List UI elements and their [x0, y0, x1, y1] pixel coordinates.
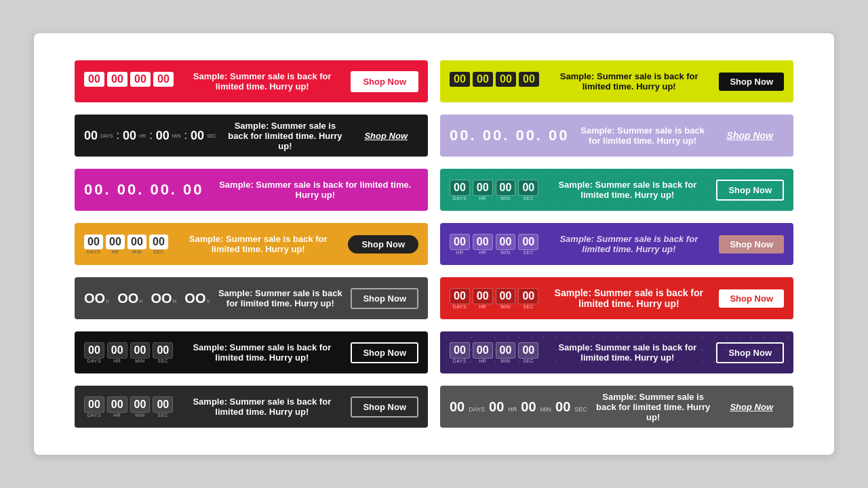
time-sec-6: 00 SEC	[518, 180, 538, 201]
time-days-10: 00 DAYS	[450, 288, 470, 309]
banner-message-5: Sample: Summer sale is back for limited …	[212, 180, 418, 200]
countdown-8: 00 HR 00 HR 00 MIN 00 SEC	[450, 234, 538, 255]
shop-button-1[interactable]: Shop Now	[351, 71, 418, 92]
shop-button-12[interactable]: Shop Now	[716, 342, 784, 363]
time-hr-6: 00 HR	[473, 180, 493, 201]
shop-button-13[interactable]: Shop Now	[351, 396, 418, 418]
time-sec-10: 00 SEC	[518, 288, 538, 309]
shop-button-9[interactable]: Shop Now	[351, 288, 418, 309]
time-min-11: 00 MIN	[130, 342, 151, 363]
banner-12: 00 DAYS 00 HR 00 MIN 00 SEC Sample: Summ…	[440, 331, 793, 373]
banner-message-4: Sample: Summer sale is back for limited …	[578, 125, 708, 146]
time-sec-13: 00 SEC	[153, 396, 173, 418]
time-hr-7: 00 HR	[106, 235, 125, 254]
time-days-1: 00 DAY	[84, 72, 104, 92]
banner-message-10: Sample: Summer sale is back for limited …	[547, 287, 711, 309]
countdown-13: 00 DAYS 00 HR 00 MIN 00 SEC	[84, 396, 173, 418]
countdown-10: 00 DAYS 00 HR 00 MIN 00 SEC	[450, 288, 538, 309]
time-days-8: 00 HR	[450, 234, 470, 255]
time-min-1: 00 MIN	[130, 72, 151, 92]
banner-message-7: Sample: Summer sale is back for limited …	[176, 234, 340, 254]
countdown-3: 00 DAYS : 00 HR : 00 MIN : 00 SEC	[84, 129, 216, 143]
time-min-10: 00 MIN	[496, 288, 516, 309]
time-hr-12: 00 HR	[473, 342, 493, 363]
banner-message-11: Sample: Summer sale is back for limited …	[181, 342, 342, 363]
time-hr-13: 00 HR	[107, 396, 127, 418]
time-days-13: 00 DAYS	[84, 396, 104, 418]
banner-14: 00 DAYS 00 HR 00 MIN 00 SEC Sample: Summ…	[440, 386, 793, 428]
shop-button-11[interactable]: Shop Now	[351, 342, 418, 363]
time-min-13: 00 MIN	[130, 396, 151, 418]
time-days-2: 00 DAYS	[450, 72, 470, 92]
countdown-12: 00 DAYS 00 HR 00 MIN 00 SEC	[450, 342, 538, 363]
banner-8: 00 HR 00 HR 00 MIN 00 SEC Sample: Summer…	[440, 223, 793, 265]
banner-3: 00 DAYS : 00 HR : 00 MIN : 00 SEC Sample…	[75, 115, 428, 157]
banner-9: OO D OO H OO M OO S Samp	[75, 277, 428, 319]
time-min-8: 00 MIN	[496, 234, 516, 255]
time-sec-12: 00 SEC	[518, 342, 538, 363]
banner-message-9: Sample: Summer sale is back for limited …	[218, 288, 342, 308]
shop-button-14[interactable]: Shop Now	[719, 398, 784, 416]
banner-message-6: Sample: Summer sale is back for limited …	[547, 180, 708, 200]
banner-1: 00 DAY 00 HR 00 MIN 00 SEC Sample: Summe…	[75, 60, 428, 102]
countdown-9: OO D OO H OO M OO S	[84, 291, 210, 306]
countdown-1: 00 DAY 00 HR 00 MIN 00 SEC	[84, 72, 174, 92]
time-hr-1: 00 HR	[107, 72, 127, 92]
shop-button-7[interactable]: Shop Now	[348, 235, 418, 253]
countdown-2: 00 DAYS 00 HR 00 MIN 00 SEC	[450, 72, 539, 92]
time-hr-2: 00 HR	[473, 72, 493, 92]
shop-button-6[interactable]: Shop Now	[716, 180, 784, 201]
time-min-2: 00 MIN	[496, 72, 516, 92]
time-sec-11: 00 SEC	[153, 342, 173, 363]
shop-button-4[interactable]: Shop Now	[716, 126, 784, 145]
banner-message-14: Sample: Summer sale is back for limited …	[595, 392, 711, 422]
shop-button-3[interactable]: Shop Now	[353, 127, 418, 145]
countdown-7: 00 DAYS 00 HR 00 MIN 00 SEC	[84, 235, 168, 254]
banner-message-8: Sample: Summer sale is back for limited …	[547, 234, 711, 254]
shop-button-10[interactable]: Shop Now	[719, 289, 784, 308]
shop-button-8[interactable]: Shop Now	[719, 235, 784, 253]
banner-4: 00. 00. 00. 00 Sample: Summer sale is ba…	[440, 115, 793, 157]
banner-message-1: Sample: Summer sale is back for limited …	[182, 71, 342, 92]
banner-11: 00 DAYS 00 HR 00 MIN 00 SEC Sample: Summ…	[75, 331, 428, 373]
time-sec-2: 00 SEC	[519, 72, 539, 92]
banner-13: 00 DAYS 00 HR 00 MIN 00 SEC Sample: Summ…	[75, 386, 428, 428]
time-days-11: 00 DAYS	[84, 342, 104, 363]
banner-message-3: Sample: Summer sale is back for limited …	[224, 121, 345, 151]
banner-10: 00 DAYS 00 HR 00 MIN 00 SEC Sample: Summ…	[440, 277, 793, 319]
time-min-6: 00 MIN	[496, 180, 516, 201]
banner-message-12: Sample: Summer sale is back for limited …	[547, 342, 708, 363]
time-hr-11: 00 HR	[107, 342, 127, 363]
banner-7: 00 DAYS 00 HR 00 MIN 00 SEC Sample: Summ…	[75, 223, 428, 265]
time-sec-1: 00 SEC	[153, 72, 174, 92]
banner-6: 00 DAYS 00 HR 00 MIN 00 SEC Sample: Summ…	[440, 169, 793, 211]
banner-2: 00 DAYS 00 HR 00 MIN 00 SEC Sample: Summ…	[440, 60, 793, 102]
time-days-7: 00 DAYS	[84, 235, 103, 254]
time-days-6: 00 DAYS	[450, 180, 470, 201]
time-hr-10: 00 HR	[473, 288, 493, 309]
banner-grid: 00 DAY 00 HR 00 MIN 00 SEC Sample: Summe…	[75, 60, 793, 428]
time-hr-8: 00 HR	[473, 234, 493, 255]
countdown-14: 00 DAYS 00 HR 00 MIN 00 SEC	[450, 399, 587, 415]
time-sec-8: 00 SEC	[518, 234, 538, 255]
time-days-12: 00 DAYS	[450, 342, 470, 363]
countdown-4: 00. 00. 00. 00	[450, 127, 570, 144]
time-min-7: 00 MIN	[127, 235, 146, 254]
main-container: 00 DAY 00 HR 00 MIN 00 SEC Sample: Summe…	[34, 33, 834, 455]
time-sec-7: 00 SEC	[149, 235, 168, 254]
countdown-6: 00 DAYS 00 HR 00 MIN 00 SEC	[450, 180, 538, 201]
banner-message-2: Sample: Summer sale is back for limited …	[547, 71, 711, 92]
time-min-12: 00 MIN	[496, 342, 516, 363]
banner-message-13: Sample: Summer sale is back for limited …	[181, 396, 342, 417]
shop-button-2[interactable]: Shop Now	[719, 73, 784, 91]
countdown-11: 00 DAYS 00 HR 00 MIN 00 SEC	[84, 342, 173, 363]
banner-5: 00. 00. 00. 00 Sample: Summer sale is ba…	[75, 169, 428, 211]
countdown-5: 00. 00. 00. 00	[84, 181, 204, 199]
